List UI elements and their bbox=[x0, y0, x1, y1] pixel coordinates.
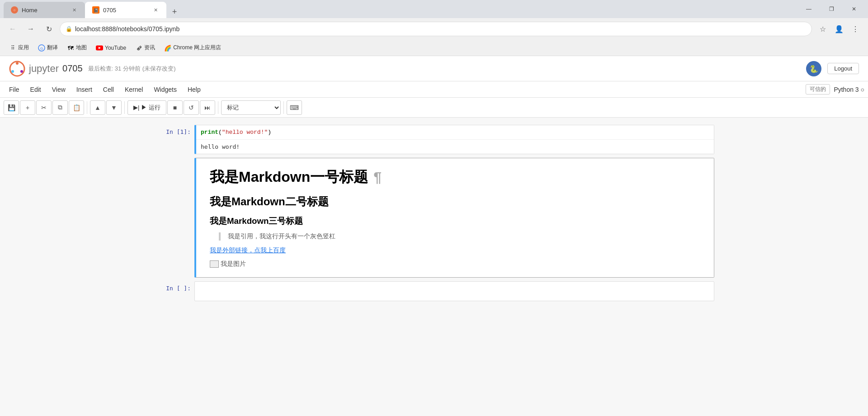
markdown-image: 我是图片 bbox=[210, 260, 700, 268]
bookmark-star-icon[interactable]: ☆ bbox=[816, 22, 830, 36]
paste-button[interactable]: 📋 bbox=[69, 100, 84, 115]
keyboard-button[interactable]: ⌨ bbox=[287, 100, 302, 115]
move-up-button[interactable]: ▲ bbox=[90, 100, 105, 115]
svg-point-12 bbox=[16, 62, 19, 65]
checkpoint-text: 最后检查: 31 分钟前 bbox=[88, 65, 141, 73]
add-cell-button[interactable]: + bbox=[20, 100, 35, 115]
toolbar-sep-3 bbox=[218, 101, 218, 114]
svg-text:🐍: 🐍 bbox=[809, 65, 818, 73]
webstore-icon: 🌈 bbox=[164, 44, 171, 52]
logout-button[interactable]: Logout bbox=[827, 63, 859, 74]
forward-button[interactable]: → bbox=[24, 22, 38, 36]
markdown-prompt bbox=[154, 158, 194, 278]
bookmark-news[interactable]: 🗞 资讯 bbox=[132, 42, 159, 54]
toolbar-sep-1 bbox=[87, 101, 87, 114]
lock-icon: 🔒 bbox=[66, 26, 72, 32]
code-close: ) bbox=[268, 129, 271, 136]
cut-button[interactable]: ✂ bbox=[36, 100, 52, 115]
menu-bar: File Edit View Insert Cell Kernel Widget… bbox=[0, 81, 868, 98]
empty-cell-body[interactable] bbox=[194, 281, 714, 301]
notebook-favicon: 📓 bbox=[92, 6, 99, 14]
bookmark-apps-label: 应用 bbox=[18, 44, 29, 52]
menu-cell[interactable]: Cell bbox=[98, 84, 119, 95]
jupyter-logo-text: jupyter bbox=[29, 63, 59, 75]
cell-body-1[interactable]: print("hello word!") hello word! bbox=[194, 125, 714, 154]
menu-view[interactable]: View bbox=[47, 84, 71, 95]
move-down-button[interactable]: ▼ bbox=[106, 100, 122, 115]
profile-icon[interactable]: 👤 bbox=[832, 22, 846, 36]
bookmark-webstore[interactable]: 🌈 Chrome 网上应用店 bbox=[160, 42, 225, 54]
news-icon: 🗞 bbox=[135, 44, 142, 52]
pilcrow-icon: ¶ bbox=[373, 169, 382, 186]
run-label: ▶ 运行 bbox=[141, 104, 160, 112]
empty-cell-1: In [ ]: bbox=[154, 281, 714, 301]
run-button[interactable]: ▶| ▶ 运行 bbox=[127, 100, 166, 115]
save-button[interactable]: 💾 bbox=[4, 100, 19, 115]
back-button[interactable]: ← bbox=[5, 22, 20, 36]
close-button[interactable]: ✕ bbox=[844, 2, 864, 16]
tab-notebook[interactable]: 📓 0705 ✕ bbox=[85, 2, 166, 18]
menu-dots-icon[interactable]: ⋮ bbox=[848, 22, 863, 36]
window-controls: — ❐ ✕ bbox=[798, 2, 864, 16]
maximize-button[interactable]: ❐ bbox=[821, 2, 842, 16]
python-logo-icon: 🐍 bbox=[806, 61, 822, 77]
svg-point-14 bbox=[11, 70, 14, 73]
h1-text: 我是Markdown一号标题 bbox=[210, 167, 368, 187]
markdown-body[interactable]: 我是Markdown一号标题 ¶ 我是Markdown二号标题 我是Markdo… bbox=[194, 158, 714, 278]
toolbar-sep-4 bbox=[283, 101, 284, 114]
markdown-link[interactable]: 我是外部链接，点我上百度 bbox=[210, 246, 700, 255]
bookmark-news-label: 资讯 bbox=[144, 44, 155, 52]
tab-notebook-close[interactable]: ✕ bbox=[152, 6, 159, 14]
bookmark-youtube[interactable]: YouTube bbox=[92, 42, 130, 54]
bookmark-maps-label: 地图 bbox=[76, 44, 87, 52]
url-bar[interactable]: 🔒 localhost:8888/notebooks/0705.ipynb bbox=[60, 22, 812, 36]
svg-text:G: G bbox=[40, 47, 43, 51]
bookmarks-bar: ⠿ 应用 G 翻译 🗺 地图 YouTube 🗞 资讯 🌈 Chrome 网上应… bbox=[0, 40, 868, 56]
run-icon: ▶| bbox=[133, 104, 139, 111]
bookmark-translate[interactable]: G 翻译 bbox=[34, 42, 61, 54]
toolbar: 💾 + ✂ ⧉ 📋 ▲ ▼ ▶| ▶ 运行 ■ ↺ ⏭ 标记 Code Mark… bbox=[0, 98, 868, 118]
menu-bar-right: 可信的 Python 3 ○ bbox=[806, 84, 864, 95]
menu-edit[interactable]: Edit bbox=[25, 84, 47, 95]
copy-button[interactable]: ⧉ bbox=[52, 100, 68, 115]
svg-text:📓: 📓 bbox=[94, 8, 99, 13]
tab-notebook-label: 0705 bbox=[103, 7, 148, 14]
bookmark-maps[interactable]: 🗺 地图 bbox=[63, 42, 90, 54]
tab-home[interactable]: ○ Home ✕ bbox=[4, 2, 85, 18]
tab-home-label: Home bbox=[22, 7, 67, 14]
menu-insert[interactable]: Insert bbox=[71, 84, 98, 95]
tab-home-close[interactable]: ✕ bbox=[71, 6, 78, 14]
home-favicon: ○ bbox=[11, 6, 18, 14]
reload-button[interactable]: ↻ bbox=[42, 22, 56, 36]
fast-forward-button[interactable]: ⏭ bbox=[200, 100, 215, 115]
image-alt-text: 我是图片 bbox=[221, 260, 246, 268]
apps-icon: ⠿ bbox=[9, 44, 16, 52]
title-bar: ○ Home ✕ 📓 0705 ✕ + — ❐ ✕ bbox=[0, 0, 868, 18]
markdown-h3: 我是Markdown三号标题 bbox=[210, 215, 700, 227]
menu-widgets[interactable]: Widgets bbox=[148, 84, 182, 95]
external-link[interactable]: 我是外部链接，点我上百度 bbox=[210, 246, 286, 254]
menu-file[interactable]: File bbox=[4, 84, 25, 95]
cell-type-select[interactable]: 标记 Code Markdown Raw NBConvert bbox=[221, 100, 281, 115]
cell-prompt-1: In [1]: bbox=[154, 125, 194, 154]
new-tab-button[interactable]: + bbox=[168, 5, 181, 18]
stop-button[interactable]: ■ bbox=[167, 100, 183, 115]
tabs-area: ○ Home ✕ 📓 0705 ✕ + bbox=[4, 0, 795, 18]
jupyter-header: jupyter 0705 最后检查: 31 分钟前 (未保存改变) 🐍 Logo… bbox=[0, 56, 868, 81]
bookmark-apps[interactable]: ⠿ 应用 bbox=[5, 42, 33, 54]
cell-container: In [1]: print("hello word!") hello word!… bbox=[118, 125, 750, 301]
address-right-controls: ☆ 👤 ⋮ bbox=[816, 22, 863, 36]
bookmark-webstore-label: Chrome 网上应用店 bbox=[173, 44, 221, 52]
youtube-icon bbox=[96, 44, 103, 52]
kernel-info: Python 3 ○ bbox=[834, 86, 864, 93]
svg-point-13 bbox=[20, 70, 23, 73]
cell-input-1[interactable]: print("hello word!") bbox=[196, 125, 714, 139]
menu-help[interactable]: Help bbox=[182, 84, 206, 95]
notebook-content[interactable]: In [1]: print("hello word!") hello word!… bbox=[0, 118, 868, 416]
restart-button[interactable]: ↺ bbox=[184, 100, 199, 115]
notebook-title[interactable]: 0705 bbox=[62, 63, 83, 74]
svg-text:🌈: 🌈 bbox=[164, 44, 171, 52]
header-right: 🐍 Logout bbox=[806, 61, 859, 77]
menu-kernel[interactable]: Kernel bbox=[119, 84, 148, 95]
minimize-button[interactable]: — bbox=[798, 2, 819, 16]
